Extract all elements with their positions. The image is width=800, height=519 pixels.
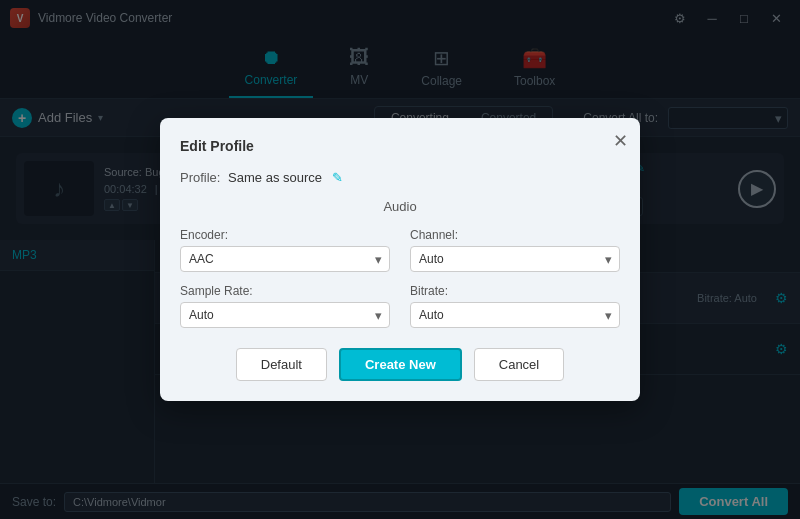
modal-title: Edit Profile: [180, 138, 254, 154]
encoder-select-wrapper: AAC MP3 AC3 FLAC: [180, 246, 390, 272]
create-new-button[interactable]: Create New: [339, 348, 462, 381]
sample-rate-field: Sample Rate: Auto 44100 Hz 48000 Hz: [180, 284, 390, 328]
encoder-label: Encoder:: [180, 228, 390, 242]
bitrate-field: Bitrate: Auto 128 kbps 192 kbps 320 kbps: [410, 284, 620, 328]
channel-label: Channel:: [410, 228, 620, 242]
profile-prefix-label: Profile:: [180, 170, 220, 185]
profile-edit-icon[interactable]: ✎: [332, 170, 343, 185]
sample-rate-label: Sample Rate:: [180, 284, 390, 298]
modal-section-title: Audio: [180, 199, 620, 214]
sample-rate-select-wrapper: Auto 44100 Hz 48000 Hz: [180, 302, 390, 328]
channel-select[interactable]: Auto Mono Stereo: [410, 246, 620, 272]
cancel-button[interactable]: Cancel: [474, 348, 564, 381]
edit-profile-dialog: ✕ Edit Profile Profile: Same as source ✎…: [160, 118, 640, 401]
channel-field: Channel: Auto Mono Stereo: [410, 228, 620, 272]
channel-select-wrapper: Auto Mono Stereo: [410, 246, 620, 272]
modal-profile-value-row: Profile: Same as source ✎: [180, 170, 620, 185]
modal-form-grid: Encoder: AAC MP3 AC3 FLAC Channel: Auto: [180, 228, 620, 328]
modal-overlay: ✕ Edit Profile Profile: Same as source ✎…: [0, 0, 800, 519]
sample-rate-select[interactable]: Auto 44100 Hz 48000 Hz: [180, 302, 390, 328]
encoder-select[interactable]: AAC MP3 AC3 FLAC: [180, 246, 390, 272]
encoder-field: Encoder: AAC MP3 AC3 FLAC: [180, 228, 390, 272]
default-button[interactable]: Default: [236, 348, 327, 381]
modal-profile-row: Edit Profile: [180, 138, 620, 154]
bitrate-select[interactable]: Auto 128 kbps 192 kbps 320 kbps: [410, 302, 620, 328]
modal-button-row: Default Create New Cancel: [180, 348, 620, 381]
bitrate-select-wrapper: Auto 128 kbps 192 kbps 320 kbps: [410, 302, 620, 328]
modal-close-button[interactable]: ✕: [613, 130, 628, 152]
bitrate-label: Bitrate:: [410, 284, 620, 298]
profile-value: Same as source: [228, 170, 322, 185]
